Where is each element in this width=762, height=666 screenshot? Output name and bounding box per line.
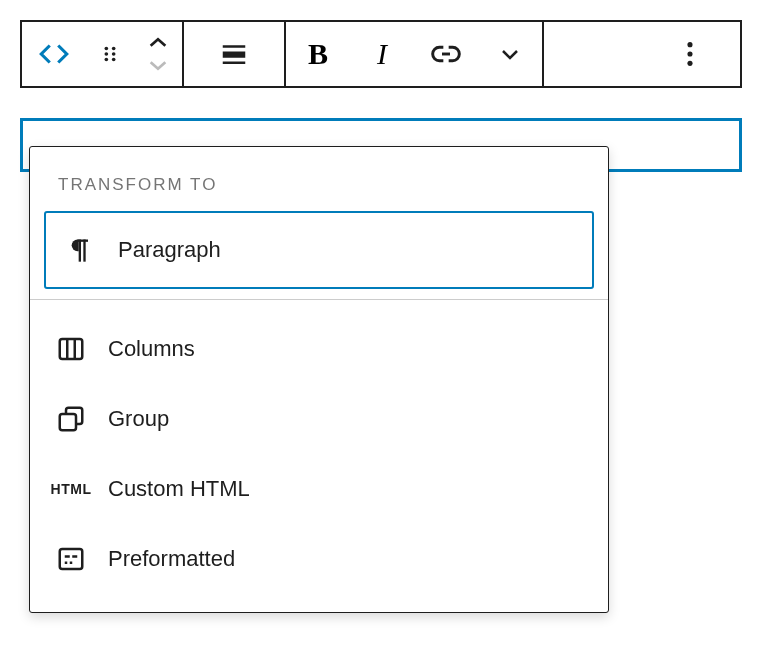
link-button[interactable] bbox=[414, 22, 478, 86]
columns-icon bbox=[54, 332, 88, 366]
link-icon bbox=[429, 37, 463, 71]
transform-item-group[interactable]: Group bbox=[30, 384, 608, 454]
move-controls bbox=[134, 22, 182, 86]
preformatted-icon bbox=[54, 542, 88, 576]
transform-item-custom-html[interactable]: HTML Custom HTML bbox=[30, 454, 608, 524]
more-formatting-button[interactable] bbox=[478, 22, 542, 86]
move-up-button[interactable] bbox=[147, 32, 169, 54]
align-icon bbox=[217, 37, 251, 71]
svg-rect-15 bbox=[60, 339, 83, 359]
more-options-button[interactable] bbox=[640, 22, 740, 86]
transform-item-label: Paragraph bbox=[118, 237, 221, 263]
chevron-up-icon bbox=[147, 36, 169, 50]
svg-point-1 bbox=[112, 47, 116, 51]
italic-icon: I bbox=[377, 37, 387, 71]
bold-button[interactable]: B bbox=[286, 22, 350, 86]
svg-rect-12 bbox=[79, 240, 81, 262]
block-type-button[interactable] bbox=[22, 22, 86, 86]
transform-label: TRANSFORM TO bbox=[58, 175, 580, 195]
toolbar-group-format: B I bbox=[286, 22, 544, 86]
svg-point-4 bbox=[105, 58, 109, 62]
svg-rect-7 bbox=[223, 52, 246, 58]
svg-rect-8 bbox=[223, 62, 246, 65]
svg-point-10 bbox=[687, 51, 692, 56]
transform-popover: TRANSFORM TO Paragraph Columns bbox=[29, 146, 609, 613]
transform-group: Columns Group HTML Custom HTML bbox=[30, 300, 608, 612]
svg-point-9 bbox=[687, 42, 692, 47]
drag-handle[interactable] bbox=[86, 22, 134, 86]
svg-point-0 bbox=[105, 47, 109, 51]
paragraph-icon bbox=[64, 233, 98, 267]
transform-item-label: Group bbox=[108, 406, 169, 432]
transform-item-label: Preformatted bbox=[108, 546, 235, 572]
italic-button[interactable]: I bbox=[350, 22, 414, 86]
html-icon: HTML bbox=[54, 472, 88, 506]
svg-point-3 bbox=[112, 52, 116, 56]
svg-point-5 bbox=[112, 58, 116, 62]
drag-icon bbox=[93, 37, 127, 71]
svg-rect-6 bbox=[223, 45, 246, 48]
svg-rect-14 bbox=[78, 240, 89, 242]
block-toolbar: B I bbox=[20, 20, 742, 88]
align-button[interactable] bbox=[184, 22, 284, 86]
transform-item-preformatted[interactable]: Preformatted bbox=[30, 524, 608, 594]
more-vertical-icon bbox=[686, 40, 694, 68]
toolbar-group-align bbox=[184, 22, 286, 86]
toolbar-group-more bbox=[544, 22, 740, 86]
group-icon bbox=[54, 402, 88, 436]
transform-item-label: Custom HTML bbox=[108, 476, 250, 502]
code-icon bbox=[37, 37, 71, 71]
svg-rect-19 bbox=[60, 549, 83, 569]
svg-rect-13 bbox=[83, 240, 85, 262]
transform-item-columns[interactable]: Columns bbox=[30, 314, 608, 384]
svg-point-11 bbox=[687, 61, 692, 66]
chevron-down-icon bbox=[147, 58, 169, 72]
chevron-down-icon bbox=[498, 42, 522, 66]
toolbar-group-block bbox=[22, 22, 184, 86]
svg-rect-18 bbox=[60, 414, 76, 430]
svg-point-2 bbox=[105, 52, 109, 56]
move-down-button[interactable] bbox=[147, 54, 169, 76]
transform-item-paragraph[interactable]: Paragraph bbox=[44, 211, 594, 289]
transform-item-label: Columns bbox=[108, 336, 195, 362]
bold-icon: B bbox=[308, 37, 328, 71]
popover-header: TRANSFORM TO bbox=[30, 147, 608, 211]
